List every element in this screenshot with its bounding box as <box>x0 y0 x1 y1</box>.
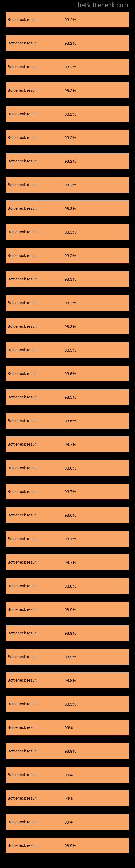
page-container: TheBottleneck.com Bottleneck result98.2%… <box>0 0 135 859</box>
result-row: Bottleneck result98.6% <box>6 413 129 429</box>
result-row: Bottleneck result98.6% <box>6 460 129 476</box>
result-label: Bottleneck result <box>6 418 37 423</box>
result-label: Bottleneck result <box>6 489 37 494</box>
result-value: 98.9% <box>64 607 76 612</box>
result-row: Bottleneck result98.3% <box>6 271 129 287</box>
result-label: Bottleneck result <box>6 88 37 93</box>
result-value: 98.5% <box>64 395 76 400</box>
result-row: Bottleneck result98.8% <box>6 578 129 594</box>
result-row: Bottleneck result99% <box>6 767 129 782</box>
result-row: Bottleneck result98.3% <box>6 295 129 311</box>
result-label: Bottleneck result <box>6 631 37 635</box>
result-label: Bottleneck result <box>6 536 37 541</box>
result-value: 98.7% <box>64 536 76 541</box>
result-label: Bottleneck result <box>6 371 37 376</box>
result-label: Bottleneck result <box>6 159 37 163</box>
result-value: 99% <box>64 773 73 777</box>
result-row: Bottleneck result98.2% <box>6 59 129 74</box>
result-row: Bottleneck result98.2% <box>6 153 129 169</box>
result-label: Bottleneck result <box>6 206 37 211</box>
result-row: Bottleneck result98.7% <box>6 436 129 452</box>
result-row: Bottleneck result98.8% <box>6 673 129 688</box>
result-label: Bottleneck result <box>6 277 37 281</box>
result-label: Bottleneck result <box>6 18 37 22</box>
result-value: 98.2% <box>64 183 76 187</box>
result-row: Bottleneck result98.2% <box>6 12 129 27</box>
result-value: 99% <box>64 725 73 730</box>
result-value: 98.3% <box>64 324 76 329</box>
result-row: Bottleneck result99% <box>6 790 129 806</box>
result-row: Bottleneck result98.7% <box>6 531 129 547</box>
result-label: Bottleneck result <box>6 843 37 848</box>
result-row: Bottleneck result98.2% <box>6 35 129 51</box>
result-value: 98.7% <box>64 560 76 565</box>
result-value: 98.7% <box>64 489 76 494</box>
result-value: 98.2% <box>64 88 76 93</box>
result-value: 98.2% <box>64 159 76 163</box>
result-row: Bottleneck result98.2% <box>6 106 129 122</box>
result-value: 99% <box>64 796 73 801</box>
result-value: 98.3% <box>64 277 76 282</box>
result-row: Bottleneck result98.3% <box>6 318 129 334</box>
result-row: Bottleneck result98.9% <box>6 649 129 664</box>
result-row: Bottleneck result98.2% <box>6 83 129 98</box>
result-row: Bottleneck result98.9% <box>6 743 129 759</box>
result-value: 99% <box>64 820 73 824</box>
result-value: 98.6% <box>64 466 76 470</box>
result-label: Bottleneck result <box>6 65 37 69</box>
result-value: 98.2% <box>64 41 76 45</box>
result-value: 98.9% <box>64 749 76 753</box>
result-value: 98.6% <box>64 418 76 423</box>
result-row: Bottleneck result98.9% <box>6 696 129 712</box>
result-label: Bottleneck result <box>6 560 37 564</box>
result-row: Bottleneck result98.7% <box>6 484 129 499</box>
result-value: 98.2% <box>64 65 76 69</box>
result-row: Bottleneck result98.5% <box>6 342 129 358</box>
result-value: 98.9% <box>64 654 76 659</box>
result-row: Bottleneck result98.9% <box>6 625 129 641</box>
result-label: Bottleneck result <box>6 230 37 234</box>
results-list: Bottleneck result98.2%Bottleneck result9… <box>0 12 135 854</box>
result-label: Bottleneck result <box>6 678 37 682</box>
result-value: 98.3% <box>64 206 76 211</box>
result-row: Bottleneck result98.3% <box>6 130 129 145</box>
result-row: Bottleneck result98.3% <box>6 224 129 240</box>
result-row: Bottleneck result98.3% <box>6 200 129 216</box>
result-value: 98.3% <box>64 135 76 140</box>
result-value: 98.6% <box>64 513 76 518</box>
result-value: 98.3% <box>64 230 76 235</box>
result-value: 98.8% <box>64 584 76 588</box>
result-label: Bottleneck result <box>6 584 37 588</box>
result-value: 98.8% <box>64 678 76 683</box>
result-value: 98.7% <box>64 442 76 447</box>
page-header: TheBottleneck.com <box>0 0 135 12</box>
result-label: Bottleneck result <box>6 442 37 446</box>
result-label: Bottleneck result <box>6 796 37 801</box>
result-value: 98.2% <box>64 112 76 116</box>
site-name: TheBottleneck.com <box>74 2 129 9</box>
result-row: Bottleneck result98.9% <box>6 601 129 617</box>
result-value: 98.9% <box>64 843 76 848</box>
result-row: Bottleneck result98.7% <box>6 554 129 570</box>
result-label: Bottleneck result <box>6 253 37 258</box>
result-row: Bottleneck result98.6% <box>6 366 129 381</box>
result-label: Bottleneck result <box>6 513 37 517</box>
result-value: 98.2% <box>64 18 76 22</box>
result-value: 98.6% <box>64 371 76 376</box>
result-value: 98.5% <box>64 348 76 352</box>
result-row: Bottleneck result98.5% <box>6 389 129 405</box>
result-label: Bottleneck result <box>6 183 37 187</box>
result-row: Bottleneck result98.2% <box>6 177 129 193</box>
result-row: Bottleneck result99% <box>6 814 129 830</box>
result-label: Bottleneck result <box>6 301 37 305</box>
result-label: Bottleneck result <box>6 395 37 399</box>
result-label: Bottleneck result <box>6 112 37 116</box>
result-row: Bottleneck result98.3% <box>6 248 129 264</box>
result-label: Bottleneck result <box>6 348 37 352</box>
result-label: Bottleneck result <box>6 749 37 753</box>
result-label: Bottleneck result <box>6 654 37 659</box>
result-label: Bottleneck result <box>6 702 37 706</box>
result-value: 98.3% <box>64 301 76 305</box>
result-row: Bottleneck result98.9% <box>6 838 129 854</box>
result-label: Bottleneck result <box>6 725 37 730</box>
